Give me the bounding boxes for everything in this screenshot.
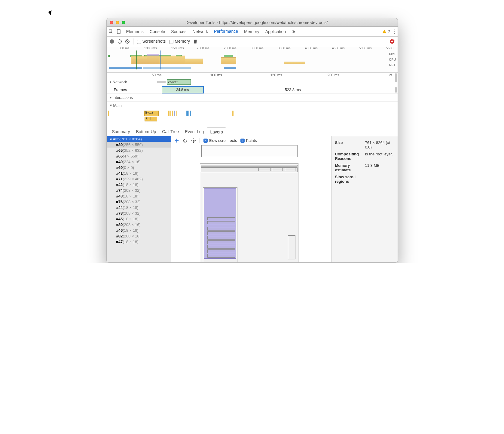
layer-node[interactable]: #40(224 × 16) [107,159,171,165]
close-window-icon[interactable] [110,21,113,24]
info-memory-value: 11.3 MB [365,162,394,173]
layer-viewer: Slow scroll rects Paints [171,136,331,262]
layer-node[interactable]: #65(252 × 632) [107,148,171,153]
row-interactions[interactable]: Interactions [107,94,398,102]
inspect-icon[interactable] [108,29,113,34]
layer-info-panel: Size 761 × 8264 (at 0,0) Compositing Rea… [331,136,398,262]
details-tabbar: Summary Bottom-Up Call Tree Event Log La… [107,127,398,136]
layer-node-selected[interactable]: #25(761 × 8264) [107,136,171,142]
layer-node[interactable]: #82(208 × 16) [107,233,171,239]
layer-node[interactable]: #43(18 × 18) [107,193,171,199]
info-size-value: 761 × 8264 (at 0,0) [365,139,394,151]
inspect-tools [107,27,123,36]
warnings-badge[interactable]: 2 [382,29,390,34]
zoom-window-icon[interactable] [122,21,125,24]
layer-tree-children: #39(256 × 559)#65(252 × 632)#66(4 × 559)… [107,142,171,245]
layer-node[interactable]: #41(18 × 18) [107,170,171,176]
dtab-summary[interactable]: Summary [109,127,133,136]
layer-node[interactable]: #71(229 × 482) [107,176,171,182]
tab-memory[interactable]: Memory [241,27,262,36]
perf-toolbar: Screenshots Memory [107,37,398,46]
expand-icon [110,81,111,83]
svg-rect-0 [117,29,120,34]
paints-checkbox[interactable]: Paints [240,138,257,143]
info-memory-label: Memory estimate [335,162,365,173]
layer-node[interactable]: #44(18 × 18) [107,205,171,210]
info-slow-label: Slow scroll regions [335,173,365,185]
slow-scroll-checkbox[interactable]: Slow scroll rects [203,138,237,143]
pan-tool-icon[interactable] [174,138,179,143]
record-icon[interactable] [110,39,114,44]
layer-node[interactable]: #42(18 × 18) [107,182,171,188]
tab-sources[interactable]: Sources [168,27,189,36]
info-size-label: Size [335,139,365,151]
net-bar [157,81,166,83]
panel-tabbar: Elements Console Sources Network Perform… [107,27,398,37]
device-toggle-icon[interactable] [116,29,121,34]
info-slow-value [365,173,394,185]
layers-pane: #25(761 × 8264) #39(256 × 559)#65(252 × … [107,136,398,262]
row-main[interactable]: Main [107,102,398,109]
layer-node[interactable]: #47(18 × 18) [107,239,171,245]
dtab-event-log[interactable]: Event Log [182,127,207,136]
layer-node[interactable]: #45(18 × 18) [107,216,171,222]
flamechart-ruler: 50 ms 100 ms 150 ms 200 ms 2! [107,73,398,78]
row-frames[interactable]: Frames 34.8 ms 523.8 ms [107,86,398,94]
main-thread-chart[interactable]: Ev…) F…l [107,109,398,127]
minimize-window-icon[interactable] [116,21,119,24]
layer-node[interactable]: #76(208 × 32) [107,199,171,205]
flamechart-pane[interactable]: 50 ms 100 ms 150 ms 200 ms 2! Network co… [107,73,398,127]
window-controls [110,21,125,24]
dtab-bottom-up[interactable]: Bottom-Up [133,127,159,136]
dtab-layers[interactable]: Layers [207,127,226,136]
screenshots-checkbox[interactable]: Screenshots [137,39,166,44]
tab-network[interactable]: Network [190,27,211,36]
dtab-call-tree[interactable]: Call Tree [159,127,182,136]
warning-count: 2 [388,29,390,34]
layer-node[interactable]: #78(208 × 32) [107,210,171,216]
layer-node[interactable]: #74(208 × 32) [107,188,171,193]
frame-duration-label: 523.8 ms [285,87,301,92]
info-compositing-value: Is the root layer. [365,151,394,162]
overview-side-labels: FPS CPU NET [389,52,397,67]
layer-node[interactable]: #80(208 × 16) [107,222,171,228]
collapse-icon [110,105,112,106]
expand-icon [110,96,111,99]
clear-icon[interactable] [125,39,130,44]
reset-view-icon[interactable] [191,138,196,143]
settings-gear-icon[interactable] [390,39,395,44]
layer-node[interactable]: #69(0 × 0) [107,165,171,170]
layer-node[interactable]: #46(18 × 18) [107,228,171,233]
tab-elements[interactable]: Elements [123,27,147,36]
layer-node[interactable]: #66(4 × 559) [107,153,171,159]
flame-event: Ev…) [144,111,159,116]
layer-tree[interactable]: #25(761 × 8264) #39(256 × 559)#65(252 × … [107,136,171,262]
row-network[interactable]: Network collect … [107,78,398,86]
memory-checkbox[interactable]: Memory [169,39,190,44]
warning-icon [382,30,386,33]
layer-node[interactable]: #39(256 × 559) [107,142,171,148]
tab-performance[interactable]: Performance [211,27,241,36]
trash-icon[interactable] [194,39,197,44]
layer-canvas[interactable] [171,145,331,262]
flame-event: F…l [145,117,157,121]
devtools-window: Developer Tools - https://developers.goo… [106,18,398,263]
collapse-icon [110,139,112,140]
layer-viewer-toolbar: Slow scroll rects Paints [171,136,331,145]
more-menu-icon[interactable] [394,29,395,34]
titlebar: Developer Tools - https://developers.goo… [107,18,398,27]
overview-pane[interactable]: 500 ms 1000 ms 1500 ms 2000 ms 2500 ms 3… [107,46,398,73]
window-title: Developer Tools - https://developers.goo… [140,20,395,25]
tab-application[interactable]: Application [262,27,289,36]
info-compositing-label: Compositing Reasons [335,151,365,162]
frames-scrollbar[interactable] [395,87,397,93]
rotate-tool-icon[interactable] [183,138,188,143]
reload-icon[interactable] [117,38,122,44]
overview-chart [107,50,388,69]
tab-console[interactable]: Console [147,27,168,36]
panel-tabs: Elements Console Sources Network Perform… [123,27,298,36]
more-tabs[interactable] [289,27,298,36]
network-item[interactable]: collect … [167,79,191,85]
frame-selected[interactable]: 34.8 ms [162,86,204,93]
